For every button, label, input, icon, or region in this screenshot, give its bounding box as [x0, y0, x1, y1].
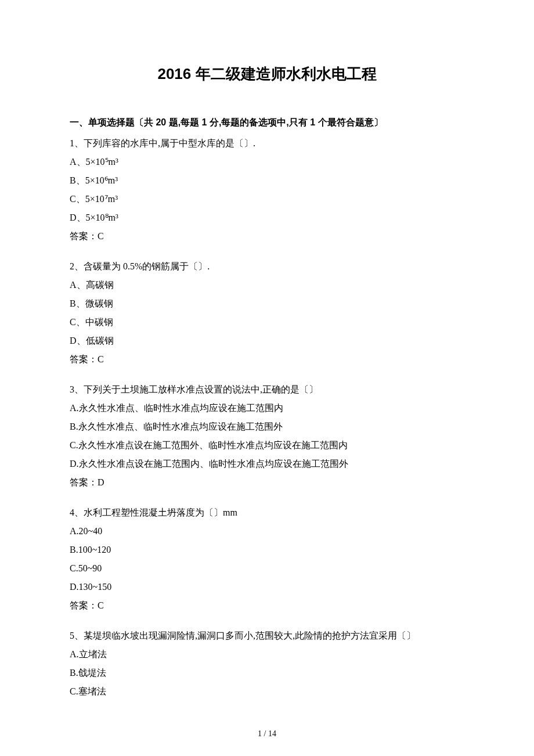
option-b: B.戗堤法 [70, 664, 464, 682]
question-4: 4、水利工程塑性混凝土坍落度为〔〕mm A.20~40 B.100~120 C.… [70, 503, 464, 615]
option-a: A.永久性水准点、临时性水准点均应设在施工范围内 [70, 399, 464, 417]
option-d: D.永久性水准点设在施工范围内、临时性水准点均应设在施工范围外 [70, 455, 464, 473]
option-a: A、高碳钢 [70, 276, 464, 294]
question-stem: 2、含碳量为 0.5%的钢筋属于〔〕. [70, 257, 464, 276]
option-d: D、低碳钢 [70, 332, 464, 350]
answer: 答案：C [70, 227, 464, 246]
answer: 答案：C [70, 350, 464, 369]
page-title: 2016 年二级建造师水利水电工程 [70, 64, 464, 84]
question-stem: 5、某堤坝临水坡出现漏洞险情,漏洞口多而小,范围较大,此险情的抢护方法宜采用〔〕 [70, 627, 464, 645]
question-5: 5、某堤坝临水坡出现漏洞险情,漏洞口多而小,范围较大,此险情的抢护方法宜采用〔〕… [70, 627, 464, 701]
option-c: C.塞堵法 [70, 682, 464, 701]
option-a: A、5×10⁵m³ [70, 153, 464, 171]
option-a: A.20~40 [70, 522, 464, 541]
question-3: 3、下列关于土坝施工放样水准点设置的说法中,正确的是〔〕 A.永久性水准点、临时… [70, 380, 464, 492]
option-b: B、微碳钢 [70, 294, 464, 313]
section-header: 一、单项选择题〔共 20 题,每题 1 分,每题的备选项中,只有 1 个最符合题… [70, 113, 464, 132]
question-1: 1、下列库容的水库中,属于中型水库的是〔〕. A、5×10⁵m³ B、5×10⁶… [70, 134, 464, 246]
option-b: B.永久性水准点、临时性水准点均应设在施工范围外 [70, 417, 464, 436]
page-number: 1 / 14 [0, 729, 534, 739]
option-d: D、5×10⁸m³ [70, 208, 464, 227]
option-c: C.50~90 [70, 559, 464, 578]
answer: 答案：D [70, 473, 464, 492]
option-b: B.100~120 [70, 541, 464, 559]
question-stem: 4、水利工程塑性混凝土坍落度为〔〕mm [70, 503, 464, 522]
option-d: D.130~150 [70, 578, 464, 596]
option-c: C、5×10⁷m³ [70, 190, 464, 208]
option-a: A.立堵法 [70, 645, 464, 664]
option-c: C.永久性水准点设在施工范围外、临时性水准点均应设在施工范围内 [70, 436, 464, 455]
option-b: B、5×10⁶m³ [70, 171, 464, 190]
question-stem: 3、下列关于土坝施工放样水准点设置的说法中,正确的是〔〕 [70, 380, 464, 399]
question-stem: 1、下列库容的水库中,属于中型水库的是〔〕. [70, 134, 464, 153]
question-2: 2、含碳量为 0.5%的钢筋属于〔〕. A、高碳钢 B、微碳钢 C、中碳钢 D、… [70, 257, 464, 369]
answer: 答案：C [70, 596, 464, 615]
document-page: 2016 年二级建造师水利水电工程 一、单项选择题〔共 20 题,每题 1 分,… [0, 0, 534, 756]
option-c: C、中碳钢 [70, 313, 464, 332]
